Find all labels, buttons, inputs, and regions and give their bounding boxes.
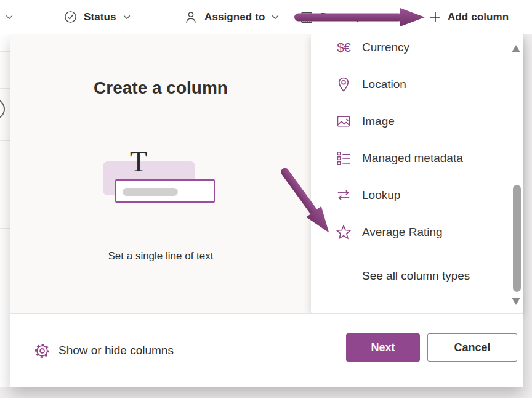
menu-item-location[interactable]: Location (311, 66, 508, 103)
menu-item-currency[interactable]: $€ Currency (311, 34, 508, 66)
plus-icon (429, 11, 441, 23)
create-column-dialog: Create a column T Set a single line of t… (10, 34, 523, 387)
show-hide-columns-label: Show or hide columns (58, 344, 174, 357)
menu-item-managed-metadata[interactable]: Managed metadata (311, 140, 508, 177)
column-header-date[interactable]: Date repo... (299, 0, 378, 34)
menu-divider (323, 251, 501, 251)
page-background-bottom (0, 387, 532, 398)
see-all-column-types[interactable]: See all column types (311, 262, 508, 290)
lookup-icon (334, 186, 353, 205)
add-column-label: Add column (448, 11, 509, 23)
add-column-button[interactable]: Add column (429, 0, 509, 34)
menu-item-lookup[interactable]: Lookup (311, 177, 508, 214)
column-header-label: Assigned to (204, 11, 265, 23)
scroll-up-arrow[interactable] (512, 45, 520, 52)
next-button[interactable]: Next (346, 333, 420, 362)
list-rows-behind-dialog (0, 34, 10, 387)
dialog-footer: Show or hide columns Next Cancel (10, 313, 523, 387)
chevron-down-icon (271, 13, 280, 22)
list-header-bar: Status Assigned to Date repo... Add colu… (0, 0, 532, 34)
show-hide-columns-button[interactable]: Show or hide columns (34, 314, 174, 388)
column-header-assigned-to[interactable]: Assigned to (183, 0, 280, 34)
image-icon (334, 112, 353, 131)
calendar-icon (299, 10, 314, 25)
cancel-button[interactable]: Cancel (427, 333, 517, 362)
chevron-down-icon (123, 13, 131, 22)
illustration-text-glyph: T (120, 145, 157, 178)
managed-metadata-icon (334, 149, 353, 168)
currency-icon: $€ (334, 38, 353, 57)
menu-item-average-rating[interactable]: Average Rating (311, 214, 508, 251)
scroll-down-arrow[interactable] (512, 298, 520, 305)
dialog-title: Create a column (10, 78, 311, 98)
chevron-down-icon (5, 13, 14, 22)
page: Status Assigned to Date repo... Add colu… (0, 0, 532, 398)
gear-icon (34, 343, 50, 359)
column-header-label: Date repo... (320, 11, 378, 23)
column-header-status[interactable]: Status (63, 0, 131, 34)
column-type-menu: $€ Currency Location Image Managed metad… (311, 34, 523, 313)
status-ring-partial (0, 99, 5, 120)
scrollbar-thumb[interactable] (513, 185, 521, 292)
person-icon (183, 10, 198, 25)
column-type-description: Set a single line of text (10, 250, 311, 262)
star-icon (334, 223, 353, 242)
page-background-right (523, 34, 532, 398)
menu-item-image[interactable]: Image (311, 103, 508, 140)
status-check-icon (63, 10, 78, 24)
column-header-label: Status (84, 11, 116, 23)
illustration-placeholder-pill (123, 188, 178, 196)
location-icon (334, 75, 353, 94)
illustration-text-input (115, 179, 215, 203)
row-expand-chevron[interactable] (5, 0, 14, 34)
